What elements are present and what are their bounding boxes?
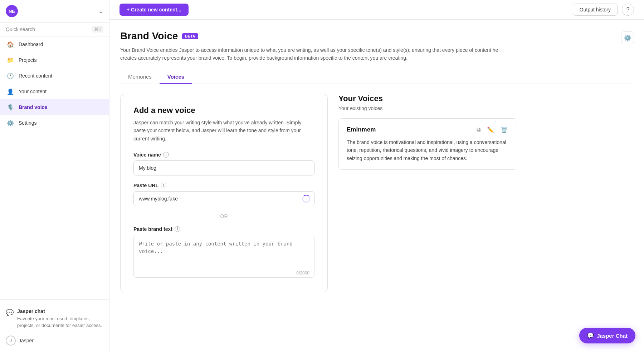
brand-textarea-wrap: 0/2000	[133, 235, 314, 279]
sidebar-item-dashboard[interactable]: 🏠 Dashboard	[0, 36, 109, 52]
page-title: Brand Voice	[120, 30, 178, 42]
sidebar-item-label: Settings	[19, 120, 37, 126]
tab-voices[interactable]: Voices	[160, 70, 192, 84]
sidebar-item-projects[interactable]: 📁 Projects	[0, 52, 109, 68]
voices-subtitle: Your existing voices	[338, 105, 517, 111]
your-content-icon: 👤	[6, 88, 14, 95]
jasper-chat-float-label: Jasper Chat	[597, 333, 628, 339]
sidebar: NE ⌄ Quick search ⌘K 🏠 Dashboard 📁 Proje…	[0, 0, 109, 352]
paste-url-info-icon[interactable]: i	[161, 183, 166, 188]
chat-bubble-icon: 💬	[6, 309, 14, 317]
sidebar-item-label: Projects	[19, 57, 37, 63]
tab-memories[interactable]: Memories	[120, 70, 160, 84]
projects-icon: 📁	[6, 56, 14, 64]
page-content: ⚙️ Brand Voice BETA Your Brand Voice ena…	[109, 20, 644, 352]
sidebar-item-label: Recent content	[19, 73, 52, 79]
sidebar-item-label: Dashboard	[19, 41, 43, 47]
search-bar[interactable]: Quick search ⌘K	[0, 23, 109, 36]
voice-card: Eminmem ⧉ ✏️ 🗑️ The brand voice is motiv…	[338, 118, 517, 170]
voice-name-info-icon[interactable]: i	[163, 152, 169, 158]
jasper-logo-label: Jasper	[19, 338, 34, 343]
sidebar-bottom: 💬 Jasper chat Favorite your most used te…	[0, 299, 109, 352]
help-button[interactable]: ?	[622, 4, 634, 16]
sidebar-item-label: Your content	[19, 89, 47, 94]
create-new-content-button[interactable]: + Create new content...	[119, 4, 189, 16]
settings-icon: ⚙️	[6, 119, 14, 127]
add-voice-form-card: Add a new voice Jasper can match your wr…	[120, 94, 328, 292]
url-input-wrap	[133, 191, 314, 206]
page-description: Your Brand Voice enables Jasper to acces…	[120, 46, 499, 62]
voice-card-name: Eminmem	[347, 126, 376, 133]
sidebar-item-brand-voice[interactable]: 🎙️ Brand voice	[0, 99, 109, 115]
delete-voice-button[interactable]: 🗑️	[499, 126, 509, 134]
page-title-row: Brand Voice BETA	[120, 30, 633, 42]
voice-card-description: The brand voice is motivational and insp…	[347, 138, 509, 162]
dashboard-icon: 🏠	[6, 40, 14, 48]
voice-card-header: Eminmem ⧉ ✏️ 🗑️	[347, 126, 509, 134]
topbar: + Create new content... Output history ?	[109, 0, 644, 20]
search-shortcut: ⌘K	[92, 26, 103, 33]
two-column-layout: Add a new voice Jasper can match your wr…	[120, 94, 633, 292]
main-area: + Create new content... Output history ?…	[109, 0, 644, 352]
char-count: 0/2000	[296, 271, 309, 276]
paste-url-label: Paste URL i	[133, 183, 314, 188]
brand-voice-icon: 🎙️	[6, 103, 14, 111]
jasper-chat-float-button[interactable]: 💬 Jasper Chat	[579, 328, 635, 343]
jasper-chat-float-icon: 💬	[587, 332, 594, 339]
output-history-button[interactable]: Output history	[573, 4, 618, 16]
paste-url-input[interactable]	[133, 191, 314, 206]
voice-card-actions: ⧉ ✏️ 🗑️	[475, 126, 509, 134]
voices-panel: Your Voices Your existing voices Eminmem…	[338, 94, 517, 292]
avatar[interactable]: NE	[6, 5, 18, 17]
form-description: Jasper can match your writing style with…	[133, 119, 314, 143]
loading-spinner	[302, 195, 310, 203]
or-divider: OR	[133, 213, 314, 219]
copy-voice-button[interactable]: ⧉	[475, 126, 482, 134]
create-btn-label: + Create new content...	[127, 7, 181, 13]
jasper-chat-nav-desc: Favorite your most used templates, proje…	[17, 316, 103, 329]
settings-gear-icon: ⚙️	[624, 34, 631, 42]
jasper-chat-nav-label: Jasper chat	[17, 308, 103, 314]
tabs-row: Memories Voices	[120, 70, 633, 84]
jasper-logo-icon: J	[6, 336, 16, 346]
voice-name-label: Voice name i	[133, 152, 314, 158]
voice-name-input[interactable]	[133, 160, 314, 175]
topbar-right: Output history ?	[573, 4, 634, 16]
beta-badge: BETA	[182, 33, 198, 39]
jasper-chat-nav[interactable]: 💬 Jasper chat Favorite your most used te…	[6, 306, 103, 332]
sidebar-item-your-content[interactable]: 👤 Your content	[0, 84, 109, 99]
sidebar-item-label: Brand voice	[19, 104, 47, 110]
chevron-down-icon[interactable]: ⌄	[98, 7, 103, 15]
sidebar-header: NE ⌄	[0, 0, 109, 23]
brand-text-label: Paste brand text i	[133, 226, 314, 232]
sidebar-item-settings[interactable]: ⚙️ Settings	[0, 115, 109, 131]
sidebar-nav: 🏠 Dashboard 📁 Projects 🕐 Recent content …	[0, 36, 109, 131]
recent-icon: 🕐	[6, 72, 14, 80]
search-label: Quick search	[6, 26, 35, 32]
edit-voice-button[interactable]: ✏️	[486, 126, 496, 134]
brand-text-info-icon[interactable]: i	[175, 226, 180, 232]
page-settings-button[interactable]: ⚙️	[621, 31, 634, 44]
jasper-chat-nav-content: Jasper chat Favorite your most used temp…	[17, 308, 103, 329]
jasper-logo-row: J Jasper	[6, 332, 103, 346]
form-title: Add a new voice	[133, 106, 314, 115]
sidebar-item-recent-content[interactable]: 🕐 Recent content	[0, 68, 109, 84]
brand-text-textarea[interactable]	[133, 235, 314, 278]
voices-title: Your Voices	[338, 94, 517, 103]
